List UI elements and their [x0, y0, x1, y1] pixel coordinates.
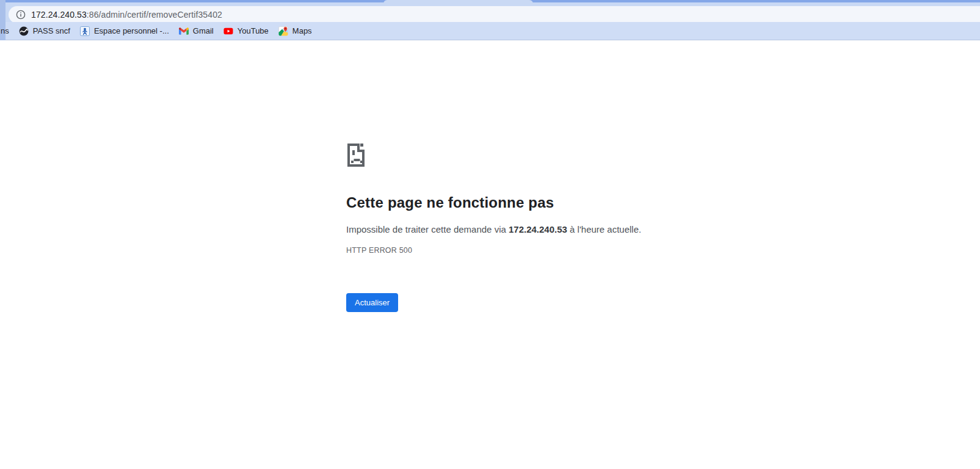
bookmark-item-maps[interactable]: Maps — [278, 26, 312, 36]
error-message-prefix: Impossible de traiter cette demande via — [346, 224, 509, 234]
error-title: Cette page ne fonctionne pas — [346, 194, 664, 211]
bookmark-label: YouTube — [238, 26, 269, 35]
error-message-suffix: à l'heure actuelle. — [567, 224, 641, 234]
bookmark-label: Espace personnel -... — [94, 26, 169, 35]
error-message-host: 172.24.240.53 — [509, 224, 567, 234]
error-message: Impossible de traiter cette demande via … — [346, 224, 664, 236]
info-icon[interactable] — [16, 10, 26, 20]
gmail-icon — [179, 26, 189, 36]
bookmark-label: Gmail — [193, 26, 214, 35]
maps-icon — [278, 26, 288, 36]
error-code: HTTP ERROR 500 — [346, 246, 664, 255]
error-page: Cette page ne fonctionne pas Impossible … — [346, 142, 664, 312]
bookmark-item-partial[interactable]: ns — [1, 26, 9, 35]
bookmark-item-espace-personnel[interactable]: Espace personnel -... — [80, 26, 169, 36]
bookmark-label: Maps — [292, 26, 312, 35]
url-text[interactable]: 172.24.240.53:86/admin/certif/removeCert… — [31, 10, 222, 20]
person-icon — [80, 26, 90, 36]
youtube-icon — [223, 26, 233, 36]
sad-page-icon — [346, 142, 366, 168]
address-bar[interactable]: 172.24.240.53:86/admin/certif/removeCert… — [9, 6, 980, 23]
url-path: :86/admin/certif/removeCertif35402 — [87, 10, 222, 20]
bookmark-item-gmail[interactable]: Gmail — [179, 26, 214, 36]
bookmark-label: PASS sncf — [33, 26, 70, 35]
browser-toolbar: 172.24.240.53:86/admin/certif/removeCert… — [0, 2, 980, 22]
reload-button[interactable]: Actualiser — [346, 293, 398, 312]
bookmark-item-pass-sncf[interactable]: PASS sncf — [19, 26, 70, 36]
bookmarks-bar: ns PASS sncf Espace personnel -... Gmail — [0, 22, 980, 40]
url-host: 172.24.240.53 — [31, 10, 87, 20]
globe-icon — [19, 26, 29, 36]
bookmark-item-youtube[interactable]: YouTube — [223, 26, 269, 36]
